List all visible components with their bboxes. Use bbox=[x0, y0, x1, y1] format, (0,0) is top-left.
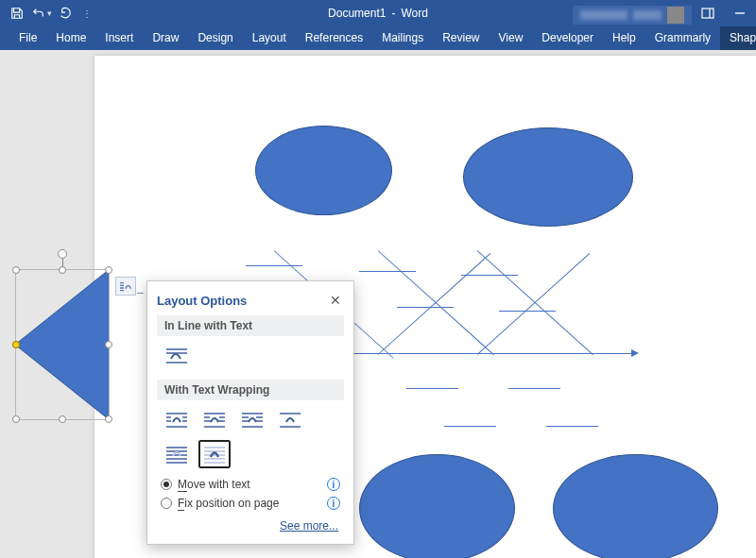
layout-options-chip-caret: – bbox=[137, 286, 144, 299]
tab-shape-format[interactable]: Shape Format bbox=[720, 26, 756, 50]
window-title: Document1 - Word bbox=[328, 7, 428, 20]
selection-bounding-box[interactable] bbox=[15, 269, 110, 420]
tab-review[interactable]: Review bbox=[433, 26, 489, 50]
resize-handle-n[interactable] bbox=[59, 266, 66, 274]
quick-access-toolbar: ▾ ⋮ bbox=[0, 3, 93, 24]
tab-view[interactable]: View bbox=[490, 26, 533, 50]
shape-oval-4[interactable] bbox=[553, 454, 718, 558]
rotation-handle[interactable] bbox=[58, 249, 67, 259]
resize-handle-se[interactable] bbox=[105, 415, 112, 423]
tab-developer[interactable]: Developer bbox=[532, 26, 603, 50]
shape-rib-d2b[interactable] bbox=[546, 426, 598, 427]
save-icon bbox=[10, 7, 24, 20]
close-button[interactable]: ✕ bbox=[327, 293, 344, 308]
account-name-blurred-2 bbox=[633, 10, 662, 20]
shape-rib-u2b[interactable] bbox=[397, 307, 454, 308]
wrap-option-top-bottom[interactable] bbox=[274, 406, 306, 434]
wrap-option-tight[interactable] bbox=[198, 406, 231, 434]
minimize-icon bbox=[734, 8, 746, 19]
document-name: Document1 bbox=[328, 7, 386, 20]
undo-icon bbox=[32, 7, 45, 20]
layout-options-popover: Layout Options ✕ In Line with Text With … bbox=[146, 280, 354, 545]
radio-fix-position[interactable]: Fix position on page i bbox=[157, 491, 344, 510]
shape-oval-1[interactable] bbox=[255, 126, 392, 215]
tab-file[interactable]: File bbox=[9, 26, 46, 50]
undo-button[interactable]: ▾ bbox=[30, 3, 53, 24]
resize-handle-nw[interactable] bbox=[12, 266, 20, 274]
undo-dropdown-icon[interactable]: ▾ bbox=[45, 8, 52, 18]
shape-rib-d1a[interactable] bbox=[406, 388, 458, 389]
qat-customize-button[interactable]: ⋮ bbox=[79, 3, 93, 24]
ribbon-display-icon bbox=[701, 8, 714, 19]
title-right-cluster bbox=[573, 0, 756, 26]
minimize-button[interactable] bbox=[724, 0, 756, 26]
shape-rib-u3b[interactable] bbox=[499, 311, 556, 312]
app-name: Word bbox=[401, 7, 427, 20]
wrap-option-behind[interactable] bbox=[161, 440, 193, 468]
tab-design[interactable]: Design bbox=[188, 26, 242, 50]
radio-move-with-text-dot[interactable] bbox=[161, 479, 172, 490]
see-more-link[interactable]: See more... bbox=[280, 519, 338, 533]
tab-insert[interactable]: Insert bbox=[95, 26, 143, 50]
tab-references[interactable]: References bbox=[296, 26, 372, 50]
layout-options-toggle[interactable] bbox=[115, 277, 136, 296]
account-name-blurred bbox=[580, 10, 627, 20]
title-separator: - bbox=[391, 7, 395, 20]
svg-rect-0 bbox=[702, 8, 713, 18]
shape-rib-d1b[interactable] bbox=[444, 426, 496, 427]
wrap-option-in-front[interactable] bbox=[198, 440, 231, 468]
ribbon-display-options-button[interactable] bbox=[692, 0, 724, 26]
wrap-option-through[interactable] bbox=[236, 406, 268, 434]
shape-oval-2[interactable] bbox=[463, 127, 633, 227]
radio-move-with-text[interactable]: Move with text i bbox=[157, 474, 344, 491]
title-bar: ▾ ⋮ Document1 - Word bbox=[0, 0, 756, 26]
wrap-option-inline[interactable] bbox=[161, 342, 193, 370]
layout-options-title: Layout Options bbox=[157, 294, 247, 308]
tab-layout[interactable]: Layout bbox=[243, 26, 296, 50]
shape-adjust-anchor[interactable] bbox=[12, 341, 20, 348]
redo-icon bbox=[60, 7, 73, 20]
group-header-wrapping: With Text Wrapping bbox=[157, 380, 344, 400]
resize-handle-s[interactable] bbox=[59, 415, 66, 423]
tab-grammarly[interactable]: Grammarly bbox=[645, 26, 720, 50]
resize-handle-e[interactable] bbox=[105, 341, 112, 348]
avatar bbox=[667, 7, 684, 24]
redo-button[interactable] bbox=[55, 3, 77, 24]
radio-fix-position-label: Fix position on page bbox=[178, 497, 321, 510]
tab-mailings[interactable]: Mailings bbox=[372, 26, 433, 50]
tab-help[interactable]: Help bbox=[603, 26, 645, 50]
shape-rib-u1a[interactable] bbox=[246, 265, 302, 266]
layout-options-chip-icon bbox=[118, 279, 133, 293]
resize-handle-ne[interactable] bbox=[105, 266, 112, 274]
wrap-option-square[interactable] bbox=[161, 406, 193, 434]
radio-fix-position-dot[interactable] bbox=[161, 498, 172, 509]
shape-rib-d2a[interactable] bbox=[508, 388, 560, 389]
shape-arrowhead bbox=[631, 349, 639, 357]
info-icon-move[interactable]: i bbox=[327, 478, 340, 491]
info-icon-fix[interactable]: i bbox=[327, 497, 340, 510]
tab-draw[interactable]: Draw bbox=[143, 26, 188, 50]
shape-line-d2[interactable] bbox=[477, 253, 591, 355]
account-button[interactable] bbox=[573, 6, 692, 25]
shape-oval-3[interactable] bbox=[359, 454, 515, 558]
save-button[interactable] bbox=[6, 3, 28, 24]
tab-home[interactable]: Home bbox=[46, 26, 95, 50]
radio-move-with-text-label: Move with text bbox=[178, 478, 321, 491]
shape-line-d1[interactable] bbox=[378, 253, 491, 355]
qat-customize-icon: ⋮ bbox=[80, 8, 92, 19]
group-header-inline: In Line with Text bbox=[157, 315, 344, 336]
ribbon-tabs: File Home Insert Draw Design Layout Refe… bbox=[0, 26, 756, 50]
shape-rib-u2a[interactable] bbox=[359, 271, 416, 272]
shape-rib-u3a[interactable] bbox=[461, 275, 518, 276]
document-area: ⟩⟨ – Layout Options ✕ In Line with Te bbox=[0, 50, 756, 558]
resize-handle-sw[interactable] bbox=[12, 415, 20, 423]
